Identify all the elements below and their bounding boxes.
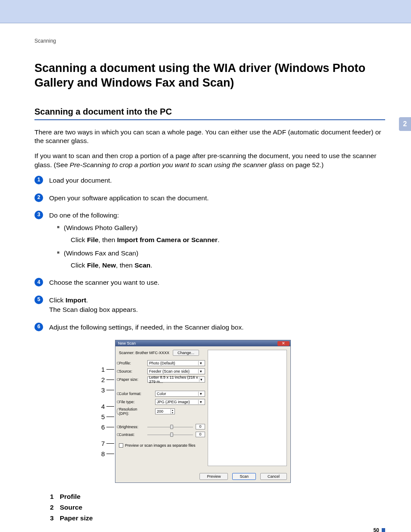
preview-pane <box>208 350 287 466</box>
step-badge: 4 <box>34 278 43 286</box>
paper-size-label: Paper size: <box>119 377 147 382</box>
chevron-down-icon: ▾ <box>198 369 203 373</box>
brightness-label: Brightness: <box>119 425 147 429</box>
heading-rule <box>34 119 385 120</box>
close-icon[interactable]: ✕ <box>277 341 290 346</box>
separate-files-label: Preview or scan images as separate files <box>125 443 196 448</box>
scan-dialog-figure: 1 2 3 4 5 6 7 8 New Scan ✕ Scanner: Brot… <box>115 340 305 483</box>
step-3-opt-b: (Windows Fax and Scan) Click File, New, … <box>57 249 385 271</box>
profile-select[interactable]: Photo (Default)▾ <box>147 360 205 366</box>
source-select[interactable]: Feeder (Scan one side)▾ <box>147 368 205 374</box>
cross-ref-link[interactable]: Pre-Scanning to crop a portion you want … <box>70 161 284 168</box>
contrast-value[interactable]: 0 <box>196 432 205 437</box>
separate-files-checkbox[interactable] <box>119 443 123 448</box>
para2-b: on page 52.) <box>284 161 324 168</box>
step-1: 1 Load your document. <box>34 176 385 185</box>
resolution-stepper[interactable]: 200▴▾ <box>155 408 175 414</box>
intro-para-2: If you want to scan and then crop a port… <box>34 152 385 170</box>
breadcrumb: Scanning <box>34 38 385 44</box>
step-2: 2 Open your software application to scan… <box>34 193 385 203</box>
dialog-title: New Scan <box>118 341 136 345</box>
color-format-select[interactable]: Color▾ <box>155 391 205 397</box>
brightness-value[interactable]: 0 <box>196 424 205 429</box>
step-badge: 1 <box>34 176 43 184</box>
intro-para-1: There are two ways in which you can scan… <box>34 128 385 146</box>
step-2-text: Open your software application to scan t… <box>49 194 209 202</box>
step-3-opt-a: (Windows Photo Gallery) Click File, then… <box>57 223 385 245</box>
brightness-slider[interactable] <box>147 424 193 429</box>
step-badge: 6 <box>34 323 43 331</box>
step-6-text: Adjust the following settings, if needed… <box>49 324 244 331</box>
step-1-text: Load your document. <box>49 177 112 184</box>
step-5: 5 Click Import. The Scan dialog box appe… <box>34 296 385 315</box>
top-band <box>0 0 411 23</box>
chevron-down-icon: ▾ <box>199 377 203 382</box>
page-number: 50 <box>374 527 385 532</box>
step-4-text: Choose the scanner you want to use. <box>49 279 159 286</box>
opt-b-title: (Windows Fax and Scan) <box>64 249 138 257</box>
page-title: Scanning a document using the WIA driver… <box>34 61 385 90</box>
step-badge: 5 <box>34 296 43 304</box>
chapter-tab: 2 <box>399 117 411 131</box>
preview-button[interactable]: Preview <box>199 473 228 480</box>
new-scan-dialog: New Scan ✕ Scanner: Brother MFC-XXXX Cha… <box>115 340 291 483</box>
callout-numbers: 1 2 3 4 5 6 7 8 <box>101 366 114 460</box>
step-badge: 2 <box>34 193 43 202</box>
step-4: 4 Choose the scanner you want to use. <box>34 278 385 287</box>
source-label: Source: <box>119 369 147 373</box>
cancel-button[interactable]: Cancel <box>260 473 287 480</box>
step-badge: 3 <box>34 211 43 219</box>
file-type-label: File type: <box>119 400 147 404</box>
scan-button[interactable]: Scan <box>232 473 256 480</box>
paper-size-select[interactable]: Letter 8.5 x 11 inches (216 x 279 m...▾ <box>147 376 205 383</box>
chevron-down-icon: ▾ <box>198 400 203 404</box>
opt-a-title: (Windows Photo Gallery) <box>64 224 137 231</box>
scanner-label: Scanner: Brother MFC-XXXX <box>119 351 169 355</box>
chevron-down-icon: ▾ <box>198 361 203 365</box>
step-6: 6 Adjust the following settings, if need… <box>34 323 385 332</box>
color-format-label: Color format: <box>119 392 147 396</box>
chevron-down-icon: ▾ <box>198 392 203 396</box>
contrast-label: Contrast: <box>119 432 147 437</box>
file-type-select[interactable]: JPG (JPEG image)▾ <box>155 399 205 405</box>
dialog-titlebar: New Scan ✕ <box>115 340 290 346</box>
step-5-note: The Scan dialog box appears. <box>49 306 138 313</box>
profile-label: Profile: <box>119 361 147 365</box>
resolution-label: Resolution (DPI): <box>119 407 147 416</box>
change-button[interactable]: Change... <box>173 350 199 356</box>
step-3-text: Do one of the following: <box>49 212 119 219</box>
step-3: 3 Do one of the following: (Windows Phot… <box>34 211 385 270</box>
contrast-slider[interactable] <box>147 432 193 437</box>
section-heading: Scanning a document into the PC <box>34 107 385 117</box>
callout-legend: 1Profile 2Source 3Paper size <box>50 492 385 523</box>
